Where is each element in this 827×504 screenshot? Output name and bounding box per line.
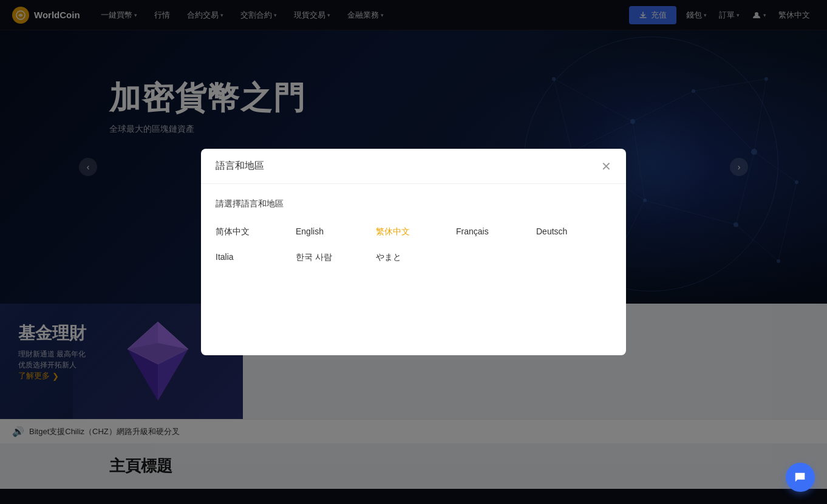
language-option[interactable]: English (296, 224, 371, 240)
chat-icon (794, 471, 807, 484)
language-option[interactable]: Deutsch (536, 224, 611, 240)
language-modal-overlay[interactable]: 語言和地區 ✕ 請選擇語言和地區 简体中文English繁休中文Français… (0, 0, 827, 504)
language-modal: 語言和地區 ✕ 請選擇語言和地區 简体中文English繁休中文Français… (201, 149, 626, 355)
language-option[interactable]: 繁休中文 (376, 224, 451, 240)
language-option[interactable]: 简体中文 (216, 224, 291, 240)
language-grid: 简体中文English繁休中文FrançaisDeutschItalia한국 사… (216, 224, 611, 265)
modal-body: 請選擇語言和地區 简体中文English繁休中文FrançaisDeutschI… (201, 184, 626, 285)
modal-title: 語言和地區 (216, 160, 264, 172)
modal-header: 語言和地區 ✕ (201, 149, 626, 184)
language-option[interactable]: やまと (376, 250, 451, 265)
language-option[interactable]: 한국 사람 (296, 250, 371, 265)
modal-close-button[interactable]: ✕ (601, 160, 611, 172)
chat-bubble-button[interactable] (786, 463, 815, 492)
language-option[interactable]: Italia (216, 250, 291, 265)
language-option[interactable]: Français (456, 224, 531, 240)
modal-prompt: 請選擇語言和地區 (216, 199, 611, 209)
